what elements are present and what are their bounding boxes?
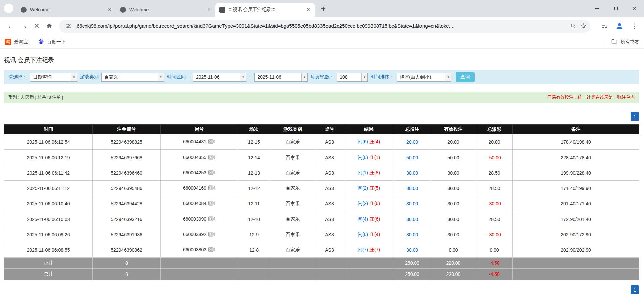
close-window-button[interactable]: × (625, 0, 644, 17)
cell-round: 660003803 (161, 242, 238, 258)
video-icon[interactable] (208, 170, 215, 176)
bet-row: 2025-11-06 06:11:12522946395486660004169… (4, 181, 639, 196)
total-bet-link[interactable]: 30.00 (406, 170, 418, 176)
subtotal-payout: -4.50 (476, 258, 513, 269)
all-bookmarks-label: 所有书签 (621, 39, 639, 45)
site-settings-icon[interactable] (64, 21, 74, 31)
subtotal-total-bet: 250.00 (394, 258, 431, 269)
tab-welcome-1[interactable]: Welcome × (17, 3, 116, 17)
media-controls-icon[interactable] (600, 21, 610, 31)
zoom-icon[interactable] (568, 21, 578, 31)
cell-bet-id: 522946390862 (93, 242, 161, 258)
cell-game-type: 百家乐 (270, 242, 315, 258)
tab-bet-records-active[interactable]: :::视讯 会员下注纪录::: × (215, 3, 315, 17)
result-player: 闲(4) (358, 216, 368, 222)
per-page-select[interactable]: 100 ▼ (337, 73, 368, 82)
cell-total-bet: 30.00 (394, 165, 431, 181)
bookmark-star-icon[interactable] (578, 21, 588, 31)
search-button[interactable]: 查询 (456, 72, 475, 82)
notice-text: 同局有效投注，统一计算在该局第一张注单内 (547, 94, 635, 100)
total-bet-link[interactable]: 30.00 (406, 247, 418, 253)
cell-table-no: AS3 (315, 211, 344, 227)
new-tab-button[interactable]: + (317, 3, 329, 14)
cell-payout: 0.00 (476, 242, 513, 258)
total-bet-link[interactable]: 30.00 (406, 186, 418, 191)
cell-time: 2025-11-06 06:11:42 (4, 165, 93, 181)
total-bet-link[interactable]: 30.00 (406, 217, 418, 222)
profile-avatar-icon[interactable] (614, 21, 625, 31)
minimize-button[interactable] (588, 0, 606, 17)
video-icon[interactable] (208, 185, 215, 191)
cell-payout: 20.00 (476, 134, 513, 150)
video-icon[interactable] (208, 216, 215, 222)
cell-session: 12-11 (238, 196, 270, 211)
page-button-1[interactable]: 1 (631, 285, 639, 294)
home-button[interactable] (43, 20, 56, 33)
back-button[interactable]: ← (5, 20, 17, 33)
chevron-down-icon: ▼ (240, 73, 246, 81)
total-payout: -4.50 (476, 269, 513, 280)
window-controls: × (588, 0, 644, 17)
cell-valid-bet: 30.00 (431, 227, 476, 242)
result-banker: 庄(1) (369, 155, 380, 160)
bet-row: 2025-11-06 06:12:54522946398825660004431… (4, 134, 639, 150)
forward-button[interactable]: → (17, 20, 30, 33)
total-bet-link[interactable]: 20.00 (406, 139, 418, 145)
video-icon[interactable] (208, 139, 215, 145)
bookmarks-divider (606, 38, 606, 46)
total-row: 总计 8 250.00 220.00 -4.50 (4, 269, 639, 280)
tab-close-icon[interactable]: × (205, 6, 213, 13)
bookmark-aitaobao[interactable]: 淘 爱淘宝 (5, 39, 28, 45)
video-icon[interactable] (208, 232, 215, 238)
total-bet-link[interactable]: 30.00 (406, 201, 418, 206)
cell-payout: 28.50 (476, 181, 513, 196)
page-title: 视讯 会员下注纪录 (4, 56, 639, 64)
cell-table-no: AS3 (315, 181, 344, 196)
stop-reload-button[interactable]: ✕ (30, 20, 43, 33)
result-player: 闲(6) (358, 155, 368, 160)
sort-select[interactable]: 降幂(由大到小) ▼ (397, 73, 451, 82)
total-bet-link[interactable]: 30.00 (406, 232, 418, 237)
date-range-label: 时间区间： (167, 74, 190, 80)
cell-round: 660004169 (161, 181, 238, 196)
tab-search-circle[interactable] (4, 4, 13, 13)
filter-bar: 请选择： 日期查询 ▼ 游戏类别 百家乐 ▼ 时间区间： 2025-11-06 … (4, 70, 639, 84)
all-bookmarks-button[interactable]: 所有书签 (611, 38, 639, 46)
page-button-1[interactable]: 1 (631, 112, 639, 121)
result-player: 闲(2) (358, 201, 368, 206)
bookmark-baidu[interactable]: 百度一下 (38, 38, 66, 46)
cell-game-type: 百家乐 (270, 211, 315, 227)
tab-welcome-2[interactable]: Welcome × (116, 3, 215, 17)
result-banker: 庄(6) (369, 216, 380, 222)
per-page-label: 每页笔数： (310, 74, 334, 80)
browser-menu-icon[interactable]: ⋮ (629, 21, 639, 31)
video-icon[interactable] (208, 247, 215, 253)
tab-close-icon[interactable]: × (305, 6, 312, 13)
date-from-select[interactable]: 2025-11-06 ▼ (193, 73, 246, 82)
column-header: 备注 (513, 125, 639, 134)
column-header: 注单编号 (93, 125, 161, 134)
game-type-select[interactable]: 百家乐 ▼ (101, 73, 164, 82)
cell-remark: 199.90/228.40 (513, 165, 639, 181)
cell-session: 12-12 (238, 181, 270, 196)
cell-result: 闲(2) 庄(5) (344, 181, 394, 196)
subtotal-valid-bet: 220.00 (431, 258, 476, 269)
result-banker: 庄(8) (369, 170, 380, 175)
address-bar[interactable]: 66cxkj98.com/ipl/portal.php/game/betreco… (59, 20, 590, 33)
video-icon[interactable] (208, 201, 215, 207)
cell-total-bet: 30.00 (394, 227, 431, 242)
maximize-button[interactable] (606, 0, 625, 17)
cell-bet-id: 522946397668 (93, 150, 161, 165)
cell-round: 660004084 (161, 196, 238, 211)
bet-row: 2025-11-06 06:10:03522946393216660003990… (4, 211, 639, 227)
cell-valid-bet: 30.00 (431, 211, 476, 227)
select-label: 请选择： (8, 74, 27, 80)
total-bet-link[interactable]: 50.00 (406, 155, 418, 160)
subtotal-label: 小计 (4, 258, 93, 269)
date-to-select[interactable]: 2025-11-06 ▼ (254, 73, 308, 82)
query-type-select[interactable]: 日期查询 ▼ (30, 73, 77, 82)
total-label: 总计 (4, 269, 93, 280)
video-icon[interactable] (208, 155, 215, 161)
tab-close-icon[interactable]: × (106, 6, 113, 13)
result-player: 闲(1) (358, 170, 368, 175)
